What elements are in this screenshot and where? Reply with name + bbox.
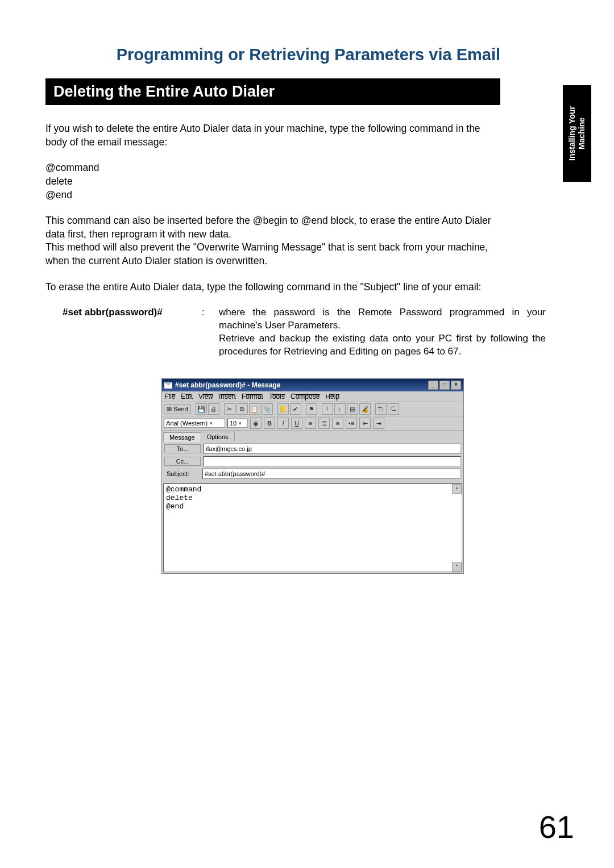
intro-paragraph: If you wish to delete the entire Auto Di… bbox=[45, 122, 500, 149]
to-field[interactable]: ifax@mgcs.co.jp bbox=[204, 444, 461, 454]
importance-high-icon[interactable]: ! bbox=[322, 403, 333, 415]
tab-options[interactable]: Options bbox=[201, 432, 235, 441]
copy-icon[interactable]: ⧉ bbox=[237, 403, 248, 415]
attach-icon[interactable]: 📎 bbox=[262, 403, 273, 415]
flag-icon[interactable]: ⚑ bbox=[306, 403, 317, 415]
indent-icon[interactable]: ⇥ bbox=[373, 418, 384, 429]
next-icon[interactable]: ⮎ bbox=[388, 403, 399, 415]
cc-field[interactable] bbox=[204, 456, 461, 466]
menu-insert[interactable]: Insert bbox=[219, 393, 236, 400]
font-color-icon[interactable]: ◉ bbox=[250, 418, 262, 429]
subject-field[interactable]: #set abbr(password)# bbox=[202, 469, 461, 479]
chapter-title: Programming or Retrieving Parameters via… bbox=[45, 45, 500, 64]
subject-label: Subject: bbox=[164, 470, 200, 477]
definition-term: #set abbr(password)# bbox=[63, 306, 202, 358]
menu-bar: File Edit View Insert Format Tools Compo… bbox=[162, 391, 463, 402]
email-body[interactable]: @command delete @end ▴ ▾ bbox=[163, 483, 462, 572]
page-number: 61 bbox=[539, 808, 574, 845]
definition-colon: : bbox=[202, 306, 219, 358]
align-right-icon[interactable]: ≡ bbox=[332, 418, 343, 429]
scroll-up-button[interactable]: ▴ bbox=[452, 484, 462, 494]
header-fields: To... ifax@mgcs.co.jp Cc... Subject: #se… bbox=[162, 441, 463, 483]
definition-description: where the password is the Remote Passwor… bbox=[219, 306, 546, 358]
align-left-icon[interactable]: ≡ bbox=[305, 418, 316, 429]
command-block: @command delete @end bbox=[45, 161, 500, 202]
menu-tools[interactable]: Tools bbox=[269, 393, 285, 400]
maximize-button[interactable]: □ bbox=[439, 381, 450, 390]
align-center-icon[interactable]: ≣ bbox=[318, 418, 330, 429]
italic-icon[interactable]: I bbox=[277, 418, 289, 429]
font-name-combo[interactable]: Arial (Western) bbox=[164, 419, 225, 428]
address-book-icon[interactable]: 📒 bbox=[277, 403, 289, 415]
email-window: #set abbr(password)# - Message _ □ × Fil… bbox=[161, 378, 464, 574]
mail-icon bbox=[164, 382, 172, 389]
toolbar: Send 💾 🖨 ✂ ⧉ 📋 📎 📒 ✔ ⚑ ! ↓ ▤ 🔏 ⮌ ⮎ bbox=[162, 402, 463, 416]
check-names-icon[interactable]: ✔ bbox=[290, 403, 301, 415]
underline-icon[interactable]: U bbox=[291, 418, 302, 429]
formatting-toolbar: Arial (Western) 10 ◉ B I U ≡ ≣ ≡ •≡ ⇤ ⇥ bbox=[162, 416, 463, 431]
email-titlebar: #set abbr(password)# - Message _ □ × bbox=[162, 379, 463, 391]
to-button[interactable]: To... bbox=[164, 444, 201, 453]
explain-paragraph-2: This method will also prevent the "Overw… bbox=[45, 241, 500, 268]
section-heading: Deleting the Entire Auto Dialer bbox=[45, 78, 500, 105]
menu-file[interactable]: File bbox=[164, 393, 175, 400]
window-title: #set abbr(password)# - Message bbox=[175, 381, 280, 389]
importance-low-icon[interactable]: ↓ bbox=[334, 403, 346, 415]
font-size-combo[interactable]: 10 bbox=[227, 419, 248, 428]
menu-compose[interactable]: Compose bbox=[291, 393, 320, 400]
minimize-button[interactable]: _ bbox=[428, 381, 438, 390]
cut-icon[interactable]: ✂ bbox=[224, 403, 235, 415]
bold-icon[interactable]: B bbox=[264, 418, 275, 429]
cc-button[interactable]: Cc... bbox=[164, 457, 201, 466]
send-button[interactable]: Send bbox=[164, 404, 191, 414]
explain-paragraph-3: To erase the entire Auto Dialer data, ty… bbox=[45, 281, 500, 294]
close-button[interactable]: × bbox=[451, 381, 461, 390]
outdent-icon[interactable]: ⇤ bbox=[359, 418, 371, 429]
explain-paragraph-1: This command can also be inserted before… bbox=[45, 214, 500, 241]
side-tab: Installing Your Machine bbox=[563, 85, 591, 182]
menu-help[interactable]: Help bbox=[325, 393, 339, 400]
options-icon[interactable]: ▤ bbox=[347, 403, 358, 415]
tab-message[interactable]: Message bbox=[163, 432, 201, 442]
menu-view[interactable]: View bbox=[198, 393, 213, 400]
seal-icon[interactable]: 🔏 bbox=[359, 403, 371, 415]
bullets-icon[interactable]: •≡ bbox=[346, 418, 357, 429]
save-icon[interactable]: 💾 bbox=[196, 403, 207, 415]
menu-format[interactable]: Format bbox=[242, 393, 263, 400]
menu-edit[interactable]: Edit bbox=[181, 393, 193, 400]
paste-icon[interactable]: 📋 bbox=[249, 403, 260, 415]
previous-icon[interactable]: ⮌ bbox=[375, 403, 387, 415]
print-icon[interactable]: 🖨 bbox=[208, 403, 219, 415]
scroll-down-button[interactable]: ▾ bbox=[452, 562, 462, 571]
